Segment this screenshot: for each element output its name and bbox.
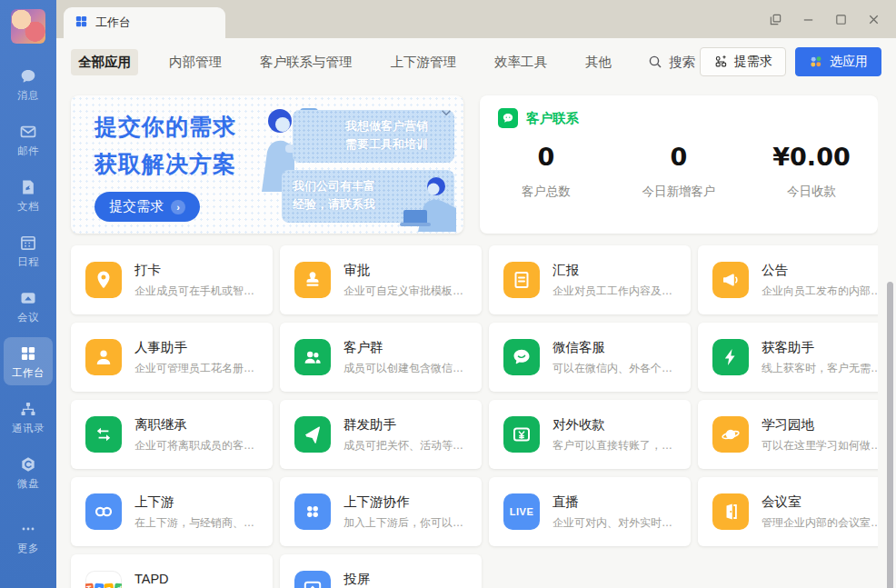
dots-icon <box>18 519 38 539</box>
app-title: 人事助手 <box>134 339 260 356</box>
stat-value: 0 <box>480 143 612 171</box>
app-card-mass-message[interactable]: 群发助手成员可把关怀、活动等消… <box>280 400 482 469</box>
report-icon <box>503 262 540 298</box>
send-icon <box>294 416 331 453</box>
app-title: 审批 <box>343 262 469 279</box>
filter-tab-efficiency-tools[interactable]: 效率工具 <box>487 49 554 75</box>
detach-window-icon[interactable] <box>762 5 789 33</box>
tab-label: 工作台 <box>95 15 131 31</box>
filter-tab-all-apps[interactable]: 全部应用 <box>71 49 138 75</box>
stamp-icon <box>294 262 331 298</box>
customer-stat[interactable]: 0客户总数 <box>480 143 612 200</box>
minimize-icon[interactable] <box>794 5 821 33</box>
dots4-icon <box>294 493 331 530</box>
app-description: 加入上下游后，你可以便… <box>343 515 469 531</box>
sidebar-item-meeting[interactable]: 会议 <box>4 282 53 330</box>
choose-app-button[interactable]: 选应用 <box>795 47 881 76</box>
filter-row: 全部应用内部管理客户联系与管理上下游管理效率工具其他 搜索 提需求 选应用 <box>56 38 896 85</box>
workbench-grid-icon <box>75 15 88 31</box>
filter-tab-internal-mgmt[interactable]: 内部管理 <box>162 49 229 75</box>
sidebar-item-label: 邮件 <box>17 145 39 158</box>
submit-demand-button[interactable]: 提交需求 › <box>95 192 200 222</box>
sidebar-item-label: 会议 <box>17 311 39 324</box>
sidebar-item-docs[interactable]: 文档 <box>4 171 53 219</box>
app-title: 上下游协作 <box>343 493 469 511</box>
customer-stats: 0客户总数0今日新增客户¥0.00今日收款 <box>480 143 878 200</box>
filter-actions: 提需求 选应用 <box>700 47 881 76</box>
tab-workbench[interactable]: 工作台 <box>64 7 225 38</box>
app-card-announcement[interactable]: 公告企业向员工发布的内部重… <box>698 245 878 314</box>
app-title: 会议室 <box>762 493 878 511</box>
sidebar-item-contacts[interactable]: 通讯录 <box>4 393 53 441</box>
drive-icon <box>18 454 38 474</box>
avatar[interactable] <box>11 9 45 44</box>
window-controls <box>762 0 887 38</box>
sidebar-item-mail[interactable]: 邮件 <box>4 115 53 164</box>
mail-icon <box>18 122 38 142</box>
megaphone-icon <box>712 262 749 298</box>
filter-tab-others[interactable]: 其他 <box>578 49 619 75</box>
top-row: 提交你的需求 获取解决方案 提交需求 › <box>71 95 878 234</box>
request-demand-button[interactable]: 提需求 <box>700 47 786 76</box>
app-description: 企业成员可在手机或智慧… <box>134 284 260 299</box>
app-card-learning[interactable]: 学习园地可以在这里学习如何做好… <box>698 400 878 469</box>
app-card-tapd[interactable]: TapdTAPDTAPD 是腾讯敏捷研发协作平… <box>71 554 273 588</box>
stat-value: 0 <box>612 143 745 171</box>
filter-tab-customer-mgmt[interactable]: 客户联系与管理 <box>253 49 360 75</box>
customer-stat[interactable]: ¥0.00今日收款 <box>745 143 878 200</box>
app-title: 离职继承 <box>134 416 260 434</box>
app-card-hr-assistant[interactable]: 人事助手企业可管理员工花名册信… <box>71 323 273 392</box>
demand-banner[interactable]: 提交你的需求 获取解决方案 提交需求 › <box>71 95 463 234</box>
app-card-screen-cast[interactable]: 投屏通过投屏设备轻松连… <box>280 554 482 588</box>
app-title: 直播 <box>553 493 678 511</box>
app-title: 微信客服 <box>553 339 678 356</box>
filter-tab-supply-chain[interactable]: 上下游管理 <box>383 49 464 75</box>
app-description: 在上下游，与经销商、供… <box>134 515 260 531</box>
customer-stat[interactable]: 0今日新增客户 <box>612 143 745 200</box>
sidebar-item-more[interactable]: 更多 <box>4 513 53 561</box>
main-area: 工作台 全部应 <box>56 0 896 588</box>
calendar-icon <box>18 233 38 253</box>
customer-contact-header[interactable]: 客户联系 <box>498 108 579 128</box>
illustration-person-right <box>396 175 460 232</box>
vertical-scrollbar[interactable] <box>887 282 893 588</box>
app-card-resign-inherit[interactable]: 离职继承企业可将离职成员的客户… <box>71 400 273 469</box>
app-card-supply-chain-collab[interactable]: 上下游协作加入上下游后，你可以便… <box>280 477 482 546</box>
app-card-customer-group[interactable]: 客户群成员可以创建包含微信用… <box>280 323 482 392</box>
app-title: 获客助手 <box>762 339 878 356</box>
banner-bubble-1: 我想做客户营销 需要工具和培训 <box>293 110 454 163</box>
stat-label: 客户总数 <box>480 184 612 200</box>
app-card-supply-chain[interactable]: 上下游在上下游，与经销商、供… <box>71 477 273 546</box>
app-card-live[interactable]: LIVE直播企业可对内、对外实时分… <box>489 477 691 546</box>
app-description: 企业可自定义审批模板，… <box>343 284 469 299</box>
doc-icon <box>18 177 38 197</box>
app-card-payment[interactable]: 对外收款客户可以直接转账了，成… <box>489 400 691 469</box>
apps-grid: 打卡企业成员可在手机或智慧…审批企业可自定义审批模板，…汇报企业对员工工作内容及… <box>71 245 878 588</box>
workbench-content: 全部应用内部管理客户联系与管理上下游管理效率工具其他 搜索 提需求 选应用 <box>56 38 896 588</box>
close-icon[interactable] <box>860 5 887 33</box>
app-card-meeting-room[interactable]: 会议室管理企业内部的会议室，… <box>698 477 878 546</box>
demand-icon <box>713 55 728 69</box>
planet-icon <box>712 416 749 453</box>
search-box[interactable]: 搜索 <box>648 54 695 71</box>
link-icon <box>85 493 122 530</box>
sidebar-item-messages[interactable]: 消息 <box>4 60 53 108</box>
app-title: 上下游 <box>134 493 260 511</box>
app-card-wechat-service[interactable]: 微信客服可以在微信内、外各个场… <box>489 323 691 392</box>
bolt-icon <box>712 339 749 375</box>
app-card-clock-in[interactable]: 打卡企业成员可在手机或智慧… <box>71 245 273 314</box>
app-description: 企业向员工发布的内部重… <box>762 284 878 299</box>
sidebar-item-label: 工作台 <box>12 366 45 380</box>
sidebar-item-drive[interactable]: 微盘 <box>4 448 53 496</box>
customer-contact-title: 客户联系 <box>526 110 579 127</box>
collapse-banner-chevron-icon[interactable] <box>440 106 453 122</box>
request-demand-label: 提需求 <box>734 54 772 70</box>
app-card-approval[interactable]: 审批企业可自定义审批模板，… <box>280 245 482 314</box>
app-description: 成员可以创建包含微信用… <box>343 361 469 376</box>
maximize-icon[interactable] <box>827 5 854 33</box>
app-card-report[interactable]: 汇报企业对员工工作内容及过… <box>489 245 691 314</box>
sidebar-item-workbench[interactable]: 工作台 <box>4 337 53 385</box>
app-card-lead-assistant[interactable]: 获客助手线上获客时，客户无需扫… <box>698 323 878 392</box>
sidebar-nav: 消息邮件文档日程会议工作台通讯录微盘更多 <box>0 60 56 568</box>
sidebar-item-calendar[interactable]: 日程 <box>4 226 53 274</box>
